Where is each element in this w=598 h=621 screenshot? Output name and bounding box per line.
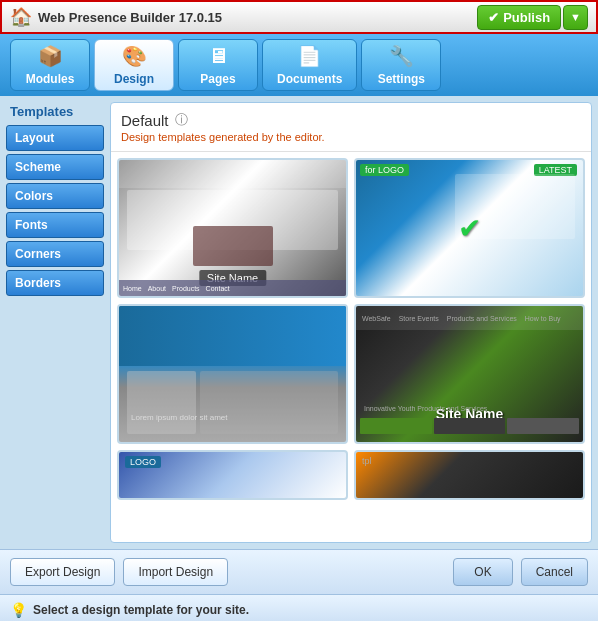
sidebar-item-colors[interactable]: Colors xyxy=(6,183,104,209)
status-icon: 💡 xyxy=(10,602,27,618)
content-subtitle: Design templates generated by the editor… xyxy=(121,131,581,143)
tpl1-nav: Home About Products Contact xyxy=(119,280,346,296)
template-card-5[interactable]: LOGO xyxy=(117,450,348,500)
tpl3-content xyxy=(127,371,338,434)
bottom-bar: Export Design Import Design OK Cancel xyxy=(0,549,598,594)
tpl4-btn1 xyxy=(360,418,432,434)
import-design-button[interactable]: Import Design xyxy=(123,558,228,586)
publish-area: ✔ Publish ▼ xyxy=(477,5,588,30)
template-scroll[interactable]: Site Name Home About Products Contact fo… xyxy=(111,152,591,542)
sidebar-item-corners[interactable]: Corners xyxy=(6,241,104,267)
tpl1-header xyxy=(119,160,346,188)
checkmark-icon: ✔ xyxy=(488,10,499,25)
export-design-button[interactable]: Export Design xyxy=(10,558,115,586)
tab-bar: 📦 Modules 🎨 Design 🖥 Pages 📄 Documents 🔧… xyxy=(0,34,598,96)
pages-icon: 🖥 xyxy=(208,45,228,68)
template-grid: Site Name Home About Products Contact fo… xyxy=(117,158,585,500)
info-icon: ⓘ xyxy=(175,111,188,129)
app-title: Web Presence Builder 17.0.15 xyxy=(38,10,222,25)
ok-button[interactable]: OK xyxy=(453,558,512,586)
tab-modules[interactable]: 📦 Modules xyxy=(10,39,90,91)
tpl4-sub: Innovative Youth Products and Services xyxy=(364,405,487,412)
template-card-3[interactable]: Lorem ipsum dolor sit amet xyxy=(117,304,348,444)
tab-design[interactable]: 🎨 Design xyxy=(94,39,174,91)
publish-button[interactable]: ✔ Publish xyxy=(477,5,561,30)
modules-icon: 📦 xyxy=(38,44,63,68)
template-card-6[interactable]: tpl xyxy=(354,450,585,500)
sidebar-item-fonts[interactable]: Fonts xyxy=(6,212,104,238)
sidebar: Templates Layout Scheme Colors Fonts Cor… xyxy=(0,96,110,549)
design-icon: 🎨 xyxy=(122,44,147,68)
tpl3-col1 xyxy=(127,371,196,434)
tpl6-label: tpl xyxy=(362,456,372,466)
tab-documents[interactable]: 📄 Documents xyxy=(262,39,357,91)
documents-icon: 📄 xyxy=(297,44,322,68)
content-header: Default ⓘ Design templates generated by … xyxy=(111,103,591,152)
tpl3-header xyxy=(119,306,346,366)
template-card-4[interactable]: WebSafeStore EventsProducts and Services… xyxy=(354,304,585,444)
main-area: Templates Layout Scheme Colors Fonts Cor… xyxy=(0,96,598,549)
tpl4-btn3 xyxy=(507,418,579,434)
sidebar-item-layout[interactable]: Layout xyxy=(6,125,104,151)
status-bar: 💡 Select a design template for your site… xyxy=(0,594,598,621)
sidebar-item-borders[interactable]: Borders xyxy=(6,270,104,296)
status-text: Select a design template for your site. xyxy=(33,603,249,617)
title-bar-left: 🏠 Web Presence Builder 17.0.15 xyxy=(10,6,222,28)
sidebar-item-scheme[interactable]: Scheme xyxy=(6,154,104,180)
publish-dropdown-button[interactable]: ▼ xyxy=(563,5,588,30)
tpl3-col2 xyxy=(200,371,338,434)
cancel-button[interactable]: Cancel xyxy=(521,558,588,586)
tpl4-footer-btns xyxy=(356,418,583,434)
template-card-2[interactable]: for LOGO LATEST ✔ xyxy=(354,158,585,298)
tpl2-badge: for LOGO xyxy=(360,164,409,176)
tab-settings[interactable]: 🔧 Settings xyxy=(361,39,441,91)
tpl5-logo: LOGO xyxy=(125,456,161,468)
tpl2-check: ✔ xyxy=(458,212,481,245)
content-panel: Default ⓘ Design templates generated by … xyxy=(110,102,592,543)
tab-pages[interactable]: 🖥 Pages xyxy=(178,39,258,91)
tpl1-footer xyxy=(193,226,273,266)
tpl3-text: Lorem ipsum dolor sit amet xyxy=(131,413,227,422)
app-icon: 🏠 xyxy=(10,6,32,28)
settings-icon: 🔧 xyxy=(389,44,414,68)
content-title: Default ⓘ xyxy=(121,111,581,129)
template-card-1[interactable]: Site Name Home About Products Contact xyxy=(117,158,348,298)
tpl4-nav: WebSafeStore EventsProducts and Services… xyxy=(356,306,583,330)
tpl4-btn2 xyxy=(434,418,506,434)
sidebar-title: Templates xyxy=(6,104,104,119)
title-bar: 🏠 Web Presence Builder 17.0.15 ✔ Publish… xyxy=(0,0,598,34)
